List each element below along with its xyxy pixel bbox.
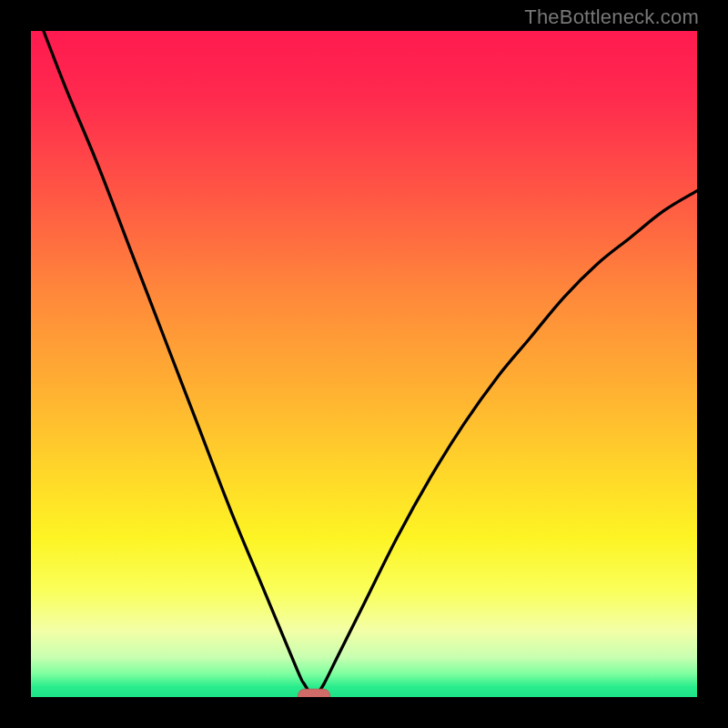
plot-area <box>31 31 697 697</box>
chart-frame: TheBottleneck.com <box>0 0 728 728</box>
watermark-text: TheBottleneck.com <box>524 5 699 29</box>
curve-layer <box>31 31 697 697</box>
bottleneck-curve <box>31 31 697 697</box>
optimum-marker <box>298 689 330 697</box>
